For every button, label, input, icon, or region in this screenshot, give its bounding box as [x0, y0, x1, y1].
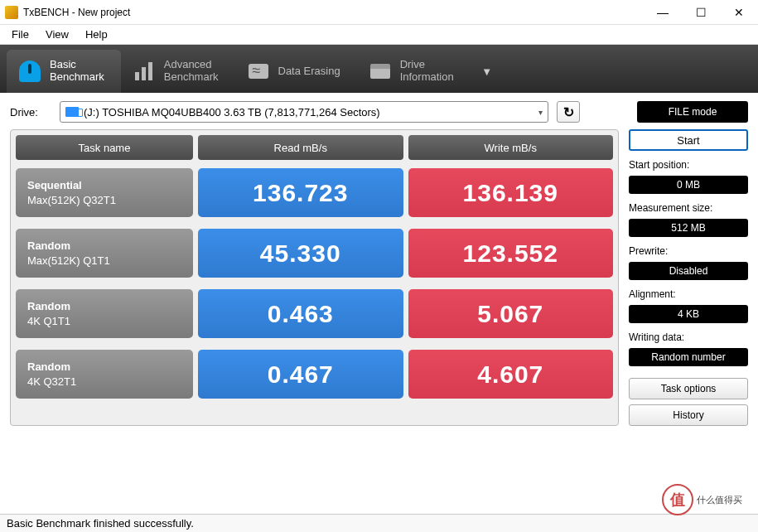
start-button[interactable]: Start — [629, 129, 748, 151]
disk-icon — [65, 107, 79, 117]
gauge-icon — [18, 60, 41, 83]
refresh-button[interactable]: ↻ — [557, 101, 580, 123]
tabbar: Basic Benchmark Advanced Benchmark Data … — [0, 45, 758, 93]
writing-data-value[interactable]: Random number — [629, 348, 748, 366]
tab-drive-information[interactable]: Drive Information — [357, 50, 471, 93]
tab-label: Advanced Benchmark — [164, 59, 219, 84]
read-value: 0.467 — [198, 350, 403, 399]
file-mode-button[interactable]: FILE mode — [637, 101, 748, 123]
measurement-size-label: Measurement size: — [629, 199, 748, 214]
watermark-icon: 值 — [662, 484, 693, 515]
start-position-value[interactable]: 0 MB — [629, 176, 748, 194]
test-row: Random 4K Q1T1 0.463 5.067 — [16, 289, 613, 338]
prewrite-value[interactable]: Disabled — [629, 262, 748, 280]
titlebar: TxBENCH - New project — ☐ ✕ — [0, 0, 758, 25]
read-value: 45.330 — [198, 229, 403, 278]
start-position-label: Start position: — [629, 156, 748, 171]
tab-data-erasing[interactable]: Data Erasing — [235, 50, 357, 93]
drive-label: Drive: — [10, 106, 51, 118]
maximize-button[interactable]: ☐ — [682, 0, 720, 24]
task-name-cell: Random 4K Q1T1 — [16, 289, 193, 338]
drive-row: Drive: (J:) TOSHIBA MQ04UBB400 3.63 TB (… — [0, 93, 758, 129]
tab-overflow-button[interactable]: ▼ — [471, 50, 504, 93]
history-button[interactable]: History — [629, 404, 748, 426]
status-text: Basic Benchmark finished successfully. — [7, 517, 194, 530]
tab-basic-benchmark[interactable]: Basic Benchmark — [7, 50, 121, 93]
drive-select[interactable]: (J:) TOSHIBA MQ04UBB400 3.63 TB (7,813,7… — [60, 101, 548, 123]
bars-icon — [133, 60, 156, 83]
menu-file[interactable]: File — [3, 27, 37, 42]
menubar: File View Help — [0, 25, 758, 45]
task-name-cell: Sequential Max(512K) Q32T1 — [16, 168, 193, 217]
tab-label: Data Erasing — [278, 65, 340, 78]
tab-advanced-benchmark[interactable]: Advanced Benchmark — [121, 50, 235, 93]
alignment-label: Alignment: — [629, 285, 748, 300]
statusbar: Basic Benchmark finished successfully. — [0, 514, 758, 532]
menu-view[interactable]: View — [37, 27, 77, 42]
header-task: Task name — [16, 135, 193, 160]
test-row: Random 4K Q32T1 0.467 4.607 — [16, 350, 613, 399]
minimize-button[interactable]: — — [644, 0, 682, 24]
erase-icon — [247, 60, 270, 83]
chevron-down-icon: ▾ — [538, 108, 543, 117]
measurement-size-value[interactable]: 512 MB — [629, 219, 748, 237]
alignment-value[interactable]: 4 KB — [629, 305, 748, 323]
write-value: 4.607 — [408, 350, 614, 399]
watermark: 值 什么值得买 — [662, 482, 753, 517]
close-button[interactable]: ✕ — [720, 0, 758, 24]
header-read: Read mB/s — [198, 135, 403, 160]
task-name-cell: Random 4K Q32T1 — [16, 350, 193, 399]
write-value: 5.067 — [408, 289, 614, 338]
write-value: 136.139 — [408, 168, 614, 217]
drive-icon — [369, 60, 392, 83]
task-name-cell: Random Max(512K) Q1T1 — [16, 229, 193, 278]
app-icon — [5, 6, 18, 19]
benchmark-panel: Task name Read mB/s Write mB/s Sequentia… — [10, 129, 619, 426]
test-row: Sequential Max(512K) Q32T1 136.723 136.1… — [16, 168, 613, 217]
tab-label: Basic Benchmark — [50, 59, 104, 84]
tab-label: Drive Information — [400, 59, 454, 84]
writing-data-label: Writing data: — [629, 328, 748, 343]
prewrite-label: Prewrite: — [629, 242, 748, 257]
drive-selected-text: (J:) TOSHIBA MQ04UBB400 3.63 TB (7,813,7… — [84, 106, 380, 118]
window-title: TxBENCH - New project — [23, 7, 644, 18]
side-panel: Start Start position: 0 MB Measurement s… — [629, 129, 748, 426]
watermark-text: 什么值得买 — [697, 495, 742, 505]
task-options-button[interactable]: Task options — [629, 378, 748, 399]
header-write: Write mB/s — [408, 135, 614, 160]
read-value: 0.463 — [198, 289, 403, 338]
write-value: 123.552 — [408, 229, 614, 278]
menu-help[interactable]: Help — [77, 27, 116, 42]
test-row: Random Max(512K) Q1T1 45.330 123.552 — [16, 229, 613, 278]
read-value: 136.723 — [198, 168, 403, 217]
